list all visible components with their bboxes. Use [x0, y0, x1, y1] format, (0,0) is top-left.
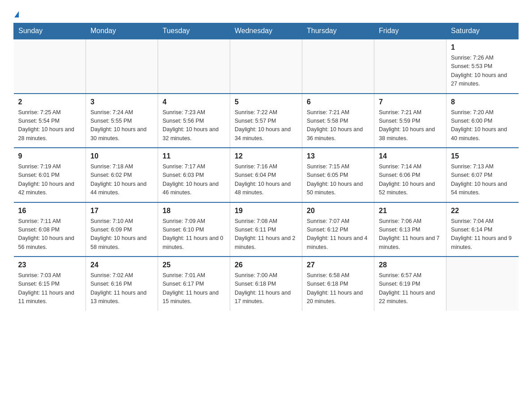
day-info: Sunrise: 7:23 AM Sunset: 5:56 PM Dayligh…	[163, 108, 225, 143]
day-number: 23	[18, 260, 82, 270]
day-info: Sunrise: 7:09 AM Sunset: 6:10 PM Dayligh…	[163, 217, 225, 252]
day-info: Sunrise: 6:57 AM Sunset: 6:19 PM Dayligh…	[379, 271, 442, 306]
day-info: Sunrise: 7:14 AM Sunset: 6:06 PM Dayligh…	[379, 163, 442, 197]
day-number: 13	[307, 151, 369, 162]
calendar-cell	[374, 39, 446, 94]
day-info: Sunrise: 7:19 AM Sunset: 6:01 PM Dayligh…	[18, 163, 82, 197]
calendar-cell: 7Sunrise: 7:21 AM Sunset: 5:59 PM Daylig…	[374, 94, 446, 148]
calendar-cell: 21Sunrise: 7:06 AM Sunset: 6:13 PM Dayli…	[374, 202, 446, 257]
page-header	[13, 9, 519, 18]
day-info: Sunrise: 7:13 AM Sunset: 6:07 PM Dayligh…	[451, 163, 514, 197]
column-header-wednesday: Wednesday	[230, 23, 302, 39]
calendar-cell: 11Sunrise: 7:17 AM Sunset: 6:03 PM Dayli…	[158, 148, 230, 202]
day-info: Sunrise: 7:06 AM Sunset: 6:13 PM Dayligh…	[379, 217, 442, 252]
calendar-cell: 23Sunrise: 7:03 AM Sunset: 6:15 PM Dayli…	[14, 257, 86, 311]
day-number: 9	[18, 151, 82, 162]
day-number: 14	[379, 151, 442, 162]
day-number: 11	[163, 151, 225, 162]
day-info: Sunrise: 7:21 AM Sunset: 5:59 PM Dayligh…	[379, 108, 442, 143]
day-info: Sunrise: 7:16 AM Sunset: 6:04 PM Dayligh…	[235, 163, 297, 197]
day-number: 4	[163, 97, 225, 107]
day-info: Sunrise: 7:20 AM Sunset: 6:00 PM Dayligh…	[451, 108, 514, 143]
day-info: Sunrise: 7:07 AM Sunset: 6:12 PM Dayligh…	[307, 217, 369, 252]
calendar-cell: 12Sunrise: 7:16 AM Sunset: 6:04 PM Dayli…	[230, 148, 302, 202]
day-info: Sunrise: 7:08 AM Sunset: 6:11 PM Dayligh…	[235, 217, 297, 252]
column-header-thursday: Thursday	[302, 23, 374, 39]
column-header-friday: Friday	[374, 23, 446, 39]
day-info: Sunrise: 7:00 AM Sunset: 6:18 PM Dayligh…	[235, 271, 297, 306]
day-number: 15	[451, 151, 514, 162]
day-info: Sunrise: 7:10 AM Sunset: 6:09 PM Dayligh…	[90, 217, 153, 252]
column-header-saturday: Saturday	[446, 23, 519, 39]
day-number: 10	[90, 151, 153, 162]
calendar-cell: 2Sunrise: 7:25 AM Sunset: 5:54 PM Daylig…	[14, 94, 86, 148]
day-info: Sunrise: 6:58 AM Sunset: 6:18 PM Dayligh…	[307, 271, 369, 306]
logo-triangle-icon	[14, 11, 19, 17]
calendar-cell: 19Sunrise: 7:08 AM Sunset: 6:11 PM Dayli…	[230, 202, 302, 257]
calendar-cell: 14Sunrise: 7:14 AM Sunset: 6:06 PM Dayli…	[374, 148, 446, 202]
calendar-cell: 25Sunrise: 7:01 AM Sunset: 6:17 PM Dayli…	[158, 257, 230, 311]
calendar-cell	[446, 257, 519, 311]
calendar-cell: 10Sunrise: 7:18 AM Sunset: 6:02 PM Dayli…	[86, 148, 158, 202]
calendar-week-row: 1Sunrise: 7:26 AM Sunset: 5:53 PM Daylig…	[14, 39, 519, 94]
calendar-cell: 6Sunrise: 7:21 AM Sunset: 5:58 PM Daylig…	[302, 94, 374, 148]
day-number: 16	[18, 206, 82, 216]
day-number: 26	[235, 260, 297, 270]
day-number: 20	[307, 206, 369, 216]
column-header-monday: Monday	[86, 23, 158, 39]
calendar-cell: 28Sunrise: 6:57 AM Sunset: 6:19 PM Dayli…	[374, 257, 446, 311]
calendar-cell: 5Sunrise: 7:22 AM Sunset: 5:57 PM Daylig…	[230, 94, 302, 148]
day-number: 28	[379, 260, 442, 270]
day-info: Sunrise: 7:21 AM Sunset: 5:58 PM Dayligh…	[307, 108, 369, 143]
calendar-cell: 27Sunrise: 6:58 AM Sunset: 6:18 PM Dayli…	[302, 257, 374, 311]
day-info: Sunrise: 7:26 AM Sunset: 5:53 PM Dayligh…	[451, 54, 514, 89]
day-info: Sunrise: 7:03 AM Sunset: 6:15 PM Dayligh…	[18, 271, 82, 306]
day-number: 2	[18, 97, 82, 107]
calendar-cell	[14, 39, 86, 94]
day-info: Sunrise: 7:11 AM Sunset: 6:08 PM Dayligh…	[18, 217, 82, 252]
day-number: 7	[379, 97, 442, 107]
calendar-cell	[86, 39, 158, 94]
calendar-cell: 20Sunrise: 7:07 AM Sunset: 6:12 PM Dayli…	[302, 202, 374, 257]
logo	[13, 9, 19, 18]
calendar-week-row: 9Sunrise: 7:19 AM Sunset: 6:01 PM Daylig…	[14, 148, 519, 202]
calendar-cell: 16Sunrise: 7:11 AM Sunset: 6:08 PM Dayli…	[14, 202, 86, 257]
calendar-cell	[158, 39, 230, 94]
day-info: Sunrise: 7:22 AM Sunset: 5:57 PM Dayligh…	[235, 108, 297, 143]
calendar-week-row: 23Sunrise: 7:03 AM Sunset: 6:15 PM Dayli…	[14, 257, 519, 311]
calendar-cell	[230, 39, 302, 94]
day-number: 27	[307, 260, 369, 270]
calendar-cell: 13Sunrise: 7:15 AM Sunset: 6:05 PM Dayli…	[302, 148, 374, 202]
day-info: Sunrise: 7:01 AM Sunset: 6:17 PM Dayligh…	[163, 271, 225, 306]
day-info: Sunrise: 7:15 AM Sunset: 6:05 PM Dayligh…	[307, 163, 369, 197]
column-header-tuesday: Tuesday	[158, 23, 230, 39]
day-number: 8	[451, 97, 514, 107]
day-number: 19	[235, 206, 297, 216]
calendar-cell: 22Sunrise: 7:04 AM Sunset: 6:14 PM Dayli…	[446, 202, 519, 257]
calendar-table: SundayMondayTuesdayWednesdayThursdayFrid…	[13, 23, 519, 311]
day-number: 21	[379, 206, 442, 216]
day-info: Sunrise: 7:04 AM Sunset: 6:14 PM Dayligh…	[451, 217, 514, 252]
day-number: 6	[307, 97, 369, 107]
day-info: Sunrise: 7:02 AM Sunset: 6:16 PM Dayligh…	[90, 271, 153, 306]
calendar-week-row: 2Sunrise: 7:25 AM Sunset: 5:54 PM Daylig…	[14, 94, 519, 148]
day-number: 1	[451, 42, 514, 53]
calendar-cell: 4Sunrise: 7:23 AM Sunset: 5:56 PM Daylig…	[158, 94, 230, 148]
calendar-cell: 24Sunrise: 7:02 AM Sunset: 6:16 PM Dayli…	[86, 257, 158, 311]
day-info: Sunrise: 7:24 AM Sunset: 5:55 PM Dayligh…	[90, 108, 153, 143]
day-number: 22	[451, 206, 514, 216]
calendar-cell: 18Sunrise: 7:09 AM Sunset: 6:10 PM Dayli…	[158, 202, 230, 257]
calendar-week-row: 16Sunrise: 7:11 AM Sunset: 6:08 PM Dayli…	[14, 202, 519, 257]
day-info: Sunrise: 7:17 AM Sunset: 6:03 PM Dayligh…	[163, 163, 225, 197]
calendar-cell: 3Sunrise: 7:24 AM Sunset: 5:55 PM Daylig…	[86, 94, 158, 148]
day-number: 17	[90, 206, 153, 216]
day-number: 24	[90, 260, 153, 270]
day-number: 5	[235, 97, 297, 107]
calendar-cell: 15Sunrise: 7:13 AM Sunset: 6:07 PM Dayli…	[446, 148, 519, 202]
day-info: Sunrise: 7:25 AM Sunset: 5:54 PM Dayligh…	[18, 108, 82, 143]
calendar-cell: 26Sunrise: 7:00 AM Sunset: 6:18 PM Dayli…	[230, 257, 302, 311]
calendar-cell	[302, 39, 374, 94]
day-info: Sunrise: 7:18 AM Sunset: 6:02 PM Dayligh…	[90, 163, 153, 197]
day-number: 3	[90, 97, 153, 107]
column-header-sunday: Sunday	[14, 23, 86, 39]
